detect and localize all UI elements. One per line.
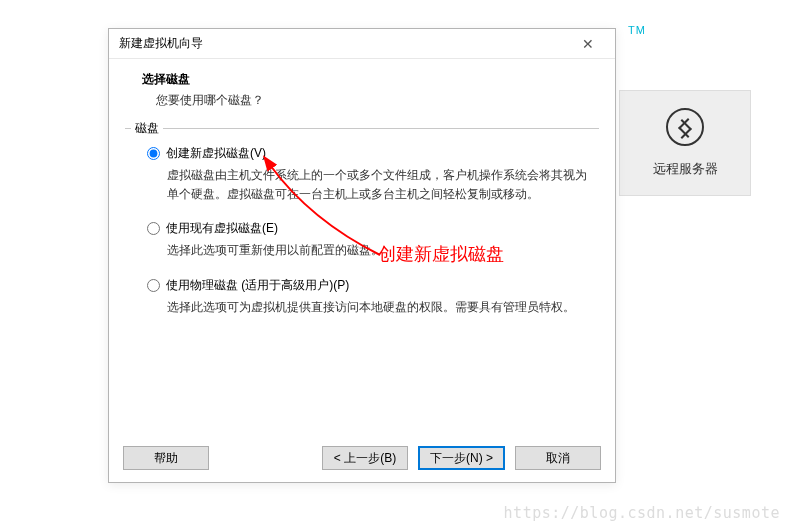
radio-use-physical-disk-row[interactable]: 使用物理磁盘 (适用于高级用户)(P)	[147, 277, 589, 294]
radio-create-new-disk: 创建新虚拟磁盘(V) 虚拟磁盘由主机文件系统上的一个或多个文件组成，客户机操作系…	[147, 145, 589, 204]
radio-use-existing-disk: 使用现有虚拟磁盘(E) 选择此选项可重新使用以前配置的磁盘。	[147, 220, 589, 260]
close-icon: ✕	[582, 36, 594, 52]
radio-option-desc: 选择此选项可为虚拟机提供直接访问本地硬盘的权限。需要具有管理员特权。	[147, 294, 589, 317]
radio-create-new-disk-row[interactable]: 创建新虚拟磁盘(V)	[147, 145, 589, 162]
disk-radio-group: 创建新虚拟磁盘(V) 虚拟磁盘由主机文件系统上的一个或多个文件组成，客户机操作系…	[125, 129, 599, 343]
back-button[interactable]: < 上一步(B)	[322, 446, 408, 470]
dialog-title: 新建虚拟机向导	[119, 35, 203, 52]
radio-option-desc: 选择此选项可重新使用以前配置的磁盘。	[147, 237, 589, 260]
header-subtitle: 您要使用哪个磁盘？	[142, 92, 595, 109]
remote-server-panel[interactable]: 远程服务器	[619, 90, 751, 196]
new-vm-wizard-dialog: 新建虚拟机向导 ✕ 选择磁盘 您要使用哪个磁盘？ 磁盘 创建新虚拟磁盘(V) 虚…	[108, 28, 616, 483]
header-title: 选择磁盘	[142, 71, 595, 88]
remote-server-label: 远程服务器	[653, 160, 718, 178]
radio-create-new-disk-input[interactable]	[147, 147, 160, 160]
cancel-button[interactable]: 取消	[515, 446, 601, 470]
remote-connect-icon	[666, 108, 704, 146]
radio-use-physical-disk-input[interactable]	[147, 279, 160, 292]
radio-option-label: 使用物理磁盘 (适用于高级用户)(P)	[166, 277, 349, 294]
help-button[interactable]: 帮助	[123, 446, 209, 470]
radio-use-existing-disk-input[interactable]	[147, 222, 160, 235]
radio-use-existing-disk-row[interactable]: 使用现有虚拟磁盘(E)	[147, 220, 589, 237]
radio-option-label: 创建新虚拟磁盘(V)	[166, 145, 266, 162]
radio-option-label: 使用现有虚拟磁盘(E)	[166, 220, 278, 237]
groupbox-label: 磁盘	[131, 120, 163, 137]
radio-use-physical-disk: 使用物理磁盘 (适用于高级用户)(P) 选择此选项可为虚拟机提供直接访问本地硬盘…	[147, 277, 589, 317]
titlebar: 新建虚拟机向导 ✕	[109, 29, 615, 59]
tm-mark: TM	[628, 24, 646, 36]
watermark: https://blog.csdn.net/susmote	[504, 504, 780, 522]
close-button[interactable]: ✕	[571, 33, 605, 55]
next-button[interactable]: 下一步(N) >	[418, 446, 505, 470]
disk-groupbox: 磁盘 创建新虚拟磁盘(V) 虚拟磁盘由主机文件系统上的一个或多个文件组成，客户机…	[125, 128, 599, 343]
radio-option-desc: 虚拟磁盘由主机文件系统上的一个或多个文件组成，客户机操作系统会将其视为单个硬盘。…	[147, 162, 589, 204]
dialog-header: 选择磁盘 您要使用哪个磁盘？	[109, 59, 615, 123]
button-row: 帮助 < 上一步(B) 下一步(N) > 取消	[109, 446, 615, 470]
